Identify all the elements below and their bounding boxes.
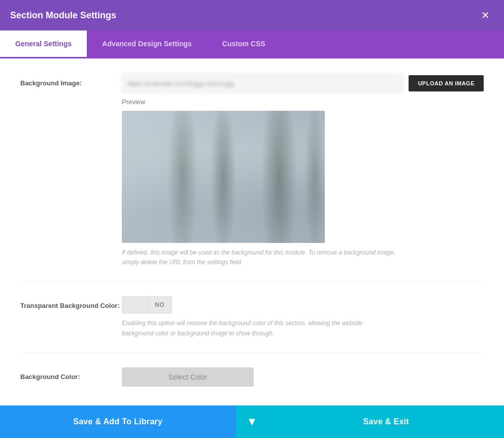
tab-custom-css[interactable]: Custom CSS xyxy=(207,30,281,58)
modal-container: Section Module Settings ✕ General Settin… xyxy=(0,0,504,438)
image-url-row: UPLOAD AN IMAGE xyxy=(122,74,484,93)
image-url-input[interactable] xyxy=(122,74,404,93)
transparent-bg-content: NO Enabling this option will remove the … xyxy=(122,296,484,338)
background-image-field: Background Image: UPLOAD AN IMAGE Previe… xyxy=(20,74,484,267)
modal-title: Section Module Settings xyxy=(10,10,116,21)
transparent-bg-help: Enabling this option will remove the bac… xyxy=(122,319,396,338)
preview-icon: ▼ xyxy=(247,415,258,428)
toggle-no-label[interactable]: NO xyxy=(147,296,172,314)
tab-advanced-design[interactable]: Advanced Design Settings xyxy=(87,30,207,58)
transparent-bg-field: Transparent Background Color: NO Enablin… xyxy=(20,296,484,338)
divider-1 xyxy=(20,281,484,282)
footer: Save & Add To Library ▼ Save & Exit xyxy=(0,405,504,438)
toggle-switch[interactable] xyxy=(122,296,147,314)
close-button[interactable]: ✕ xyxy=(477,8,494,22)
image-preview xyxy=(122,111,325,243)
preview-label: Preview xyxy=(122,98,484,106)
background-image-content: UPLOAD AN IMAGE Preview If defined, this… xyxy=(122,74,484,267)
preview-button[interactable]: ▼ xyxy=(236,405,268,438)
tab-bar: General Settings Advanced Design Setting… xyxy=(0,30,504,58)
background-color-field: Background Color: Select Color xyxy=(20,367,484,387)
color-picker-button[interactable]: Select Color xyxy=(122,367,254,387)
background-color-label: Background Color: xyxy=(20,367,122,382)
tab-general[interactable]: General Settings xyxy=(0,30,87,58)
divider-2 xyxy=(20,353,484,353)
upload-image-button[interactable]: UPLOAD AN IMAGE xyxy=(409,75,484,91)
save-exit-button[interactable]: Save & Exit xyxy=(268,405,505,438)
background-color-content: Select Color xyxy=(122,367,484,387)
save-add-to-library-button[interactable]: Save & Add To Library xyxy=(0,405,236,438)
toggle-row: NO xyxy=(122,296,484,314)
background-image-label: Background Image: xyxy=(20,74,122,88)
background-image-help: If defined, this image will be used as t… xyxy=(122,248,396,267)
content-area: Background Image: UPLOAD AN IMAGE Previe… xyxy=(0,58,504,405)
transparent-bg-label: Transparent Background Color: xyxy=(20,296,122,310)
modal-header: Section Module Settings ✕ xyxy=(0,0,504,30)
